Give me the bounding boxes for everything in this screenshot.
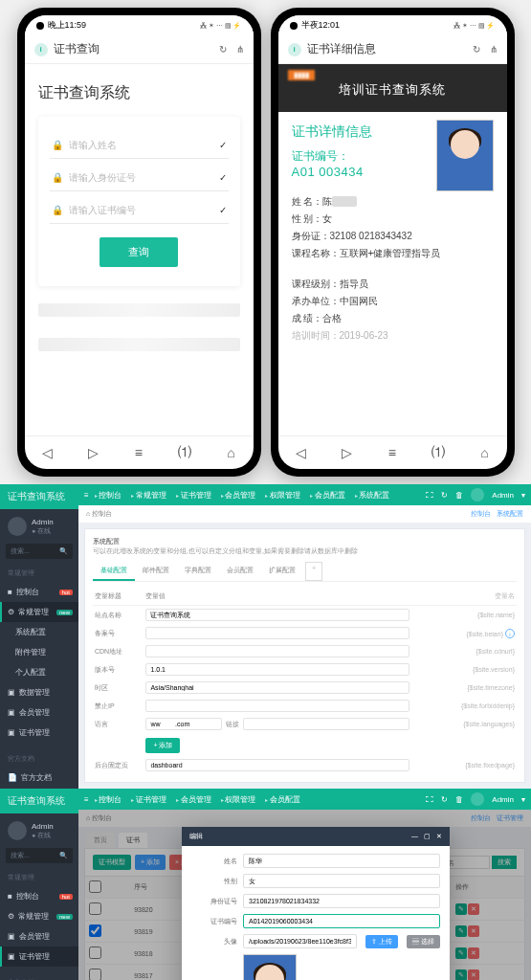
- blurred-placeholder: [38, 303, 240, 317]
- tab-add-icon[interactable]: +: [305, 562, 322, 581]
- user-status: ● 在线: [32, 526, 54, 536]
- refresh-icon[interactable]: ↻: [441, 795, 448, 804]
- sidebar-item-docs[interactable]: 📄 官方文档: [0, 768, 78, 788]
- sidebar-item-cert[interactable]: ▣ 证书管理: [0, 947, 78, 967]
- m-idno[interactable]: [243, 894, 440, 908]
- m-photopath[interactable]: [243, 934, 357, 948]
- topnav-item[interactable]: 权限管理: [221, 794, 256, 805]
- sidebar-item-general[interactable]: ⚙ 常规管理new: [0, 906, 78, 926]
- sidebar-item-dashboard[interactable]: ■ 控制台hot: [0, 582, 78, 602]
- tabs-icon[interactable]: ⑴: [431, 444, 445, 461]
- config-panel: 系统配置 可以在此增改系统的变量和分组,也可以自定义分组和变量,如果需要删除请从…: [84, 528, 525, 783]
- tab-member[interactable]: 会员配置: [219, 562, 261, 581]
- topnav-item[interactable]: 控制台: [95, 794, 122, 805]
- cert-input[interactable]: [69, 205, 213, 215]
- cfg-version[interactable]: [145, 663, 409, 676]
- topnav-item[interactable]: 权限管理: [265, 490, 300, 501]
- expand-icon[interactable]: ⛶: [426, 795, 433, 804]
- info-icon: i: [34, 43, 48, 56]
- back-icon[interactable]: ◁: [42, 445, 53, 460]
- m-name[interactable]: [243, 854, 440, 868]
- browser-nav: ◁ ▷ ≡ ⑴ ⌂: [278, 435, 507, 469]
- chevron-down-icon[interactable]: ▾: [521, 491, 525, 500]
- sidebar-item-member[interactable]: ▣ 会员管理: [0, 702, 78, 723]
- cfg-beian[interactable]: [145, 627, 409, 639]
- cfg-timezone[interactable]: [145, 681, 409, 694]
- choose-button[interactable]: ▤ 选择: [407, 935, 440, 948]
- menu-icon[interactable]: ≡: [135, 445, 143, 460]
- topnav-item[interactable]: 系统配置: [355, 490, 390, 501]
- status-bar: 半夜12:01 ⁂ ✶ ⋯ ▧ ⚡: [278, 15, 507, 35]
- lock-icon: 🔒: [52, 172, 63, 183]
- share-icon[interactable]: ⋔: [236, 44, 244, 55]
- refresh-icon[interactable]: ↻: [219, 44, 227, 55]
- cfg-sitename[interactable]: [145, 609, 409, 621]
- forward-icon[interactable]: ▷: [88, 445, 99, 460]
- status-bar: 晚上11:59 ⁂ ✶ ⋯ ▧ ⚡: [25, 15, 254, 35]
- m-gender[interactable]: [243, 874, 440, 888]
- topnav-item[interactable]: 证书管理: [176, 490, 211, 501]
- topnav-item[interactable]: 证书管理: [131, 794, 166, 805]
- m-certno[interactable]: [243, 914, 440, 928]
- status-icons: ⁂ ✶ ⋯ ▧ ⚡: [200, 22, 242, 30]
- sidebar-item-profile[interactable]: 个人配置: [0, 662, 78, 682]
- sidebar-item-config[interactable]: 系统配置: [0, 622, 78, 642]
- minimize-icon[interactable]: —: [411, 833, 418, 840]
- sidebar-item-attach[interactable]: 附件管理: [0, 642, 78, 662]
- info-icon[interactable]: i: [505, 629, 515, 638]
- avatar[interactable]: [471, 488, 484, 501]
- sidebar-item-member[interactable]: ▣ 会员管理: [0, 926, 78, 947]
- id-input[interactable]: [69, 172, 213, 183]
- close-icon[interactable]: ✕: [436, 833, 442, 840]
- home-icon[interactable]: ⌂: [480, 445, 488, 460]
- maximize-icon[interactable]: ▢: [424, 833, 431, 840]
- check-icon: ✓: [219, 140, 227, 150]
- forward-icon[interactable]: ▷: [342, 445, 352, 460]
- brand: 证书查询系统: [0, 789, 78, 813]
- sidebar-item-dashboard[interactable]: ■ 控制台hot: [0, 886, 78, 906]
- topnav-item[interactable]: 常规管理: [131, 490, 166, 501]
- add-button[interactable]: + 添加: [145, 738, 180, 753]
- avatar: [8, 517, 27, 536]
- query-button[interactable]: 查询: [100, 237, 178, 267]
- sidebar: 证书查询系统 Admin● 在线 搜索...🔍 常规管理 ■ 控制台hot ⚙ …: [0, 789, 78, 980]
- cfg-fixedpage[interactable]: [145, 759, 409, 771]
- name-input[interactable]: [69, 140, 213, 150]
- tab-extend[interactable]: 扩展配置: [261, 562, 303, 581]
- sidebar-item-data[interactable]: ▣ 数据管理: [0, 682, 78, 702]
- phone-right: 半夜12:01 ⁂ ✶ ⋯ ▧ ⚡ i 证书详细信息 ↻ ⋔ ▮▮▮▮ 培训证书…: [271, 8, 515, 477]
- sidebar-item-general[interactable]: ⚙ 常规管理new: [0, 602, 78, 622]
- topnav-item[interactable]: 会员配置: [310, 490, 345, 501]
- cfg-cdn[interactable]: [145, 645, 409, 657]
- topnav-item[interactable]: 会员管理: [176, 794, 211, 805]
- phone-left: 晚上11:59 ⁂ ✶ ⋯ ▧ ⚡ i 证书查询 ↻ ⋔ 证书查询系统 🔒 ✓: [17, 8, 261, 477]
- tabs-icon[interactable]: ⑴: [178, 444, 191, 461]
- avatar[interactable]: [471, 792, 484, 806]
- share-icon[interactable]: ⋔: [490, 44, 498, 55]
- cfg-lang-key[interactable]: [145, 718, 222, 730]
- clear-icon[interactable]: 🗑: [455, 795, 463, 804]
- cfg-forbiddenip[interactable]: [145, 700, 409, 712]
- upload-button[interactable]: ⇧ 上传: [365, 935, 398, 948]
- refresh-icon[interactable]: ↻: [441, 491, 448, 500]
- cfg-lang-val[interactable]: [243, 718, 409, 730]
- sidebar-item-cert[interactable]: ▣ 证书管理: [0, 723, 78, 743]
- home-icon[interactable]: ⌂: [227, 445, 234, 460]
- sidebar-search[interactable]: 搜索...🔍: [6, 544, 73, 559]
- topnav-item[interactable]: 会员配置: [265, 794, 300, 805]
- tab-basic[interactable]: 基础配置: [93, 562, 135, 581]
- menu-icon[interactable]: ≡: [388, 445, 396, 460]
- topnav-item[interactable]: 会员管理: [221, 490, 256, 501]
- search-icon: 🔍: [59, 547, 68, 555]
- sidebar-search[interactable]: 搜索...🔍: [6, 848, 73, 863]
- tab-dict[interactable]: 字典配置: [177, 562, 219, 581]
- cert-no-label: 证书编号：: [292, 148, 427, 165]
- expand-icon[interactable]: ⛶: [426, 491, 433, 500]
- back-icon[interactable]: ◁: [296, 445, 306, 460]
- refresh-icon[interactable]: ↻: [473, 44, 480, 55]
- topnav-item[interactable]: 控制台: [95, 490, 122, 501]
- config-table: 变量标题变量值变量名 站点名称{$site.name} 备案号{$site.be…: [93, 588, 517, 774]
- clear-icon[interactable]: 🗑: [455, 491, 463, 500]
- avatar-photo: [436, 120, 494, 191]
- tab-mail[interactable]: 邮件配置: [135, 562, 177, 581]
